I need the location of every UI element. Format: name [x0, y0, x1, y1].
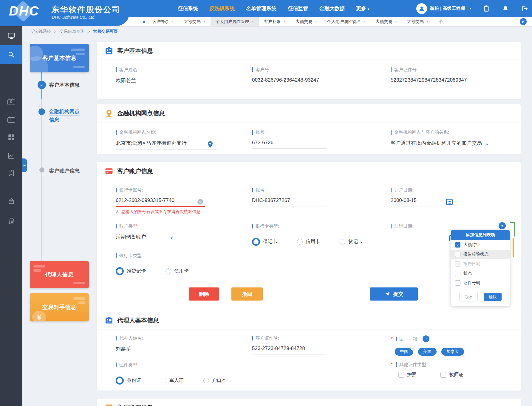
popup-item-large-feature[interactable]: ✓ 大额特征 [451, 240, 510, 250]
map-pin-blue-icon[interactable] [207, 141, 214, 148]
step-account-info[interactable]: 客户账户信息 [49, 167, 90, 174]
close-icon[interactable]: × [426, 20, 429, 24]
radio-id-card[interactable]: 身份证 [116, 377, 141, 385]
branch-relation-select[interactable]: 客户通过在境内金融机构开立的账户交易 [391, 139, 482, 149]
nationality-tag-china[interactable]: 中国× [395, 348, 413, 356]
radio-credit-card[interactable]: 信用卡 [297, 239, 320, 245]
add-nationality-icon[interactable]: + [423, 335, 429, 342]
popup-confirm-button[interactable]: 确认 [484, 293, 502, 301]
step-card-customer-basic[interactable]: 客户基本信息 [30, 44, 89, 72]
branch-name-field[interactable]: 北京市海淀区马连洼街道办支行 [116, 139, 217, 150]
tab-partial[interactable]: 个 [434, 17, 448, 26]
tab-personal-user-attrs[interactable]: 个人用户属性管理× [211, 17, 259, 26]
clipboard-icon[interactable] [482, 5, 490, 13]
sidebar-item-alert-case[interactable]: ! [0, 113, 22, 126]
radio-debit-card[interactable]: 借记卡 [252, 238, 277, 246]
popup-cancel-button[interactable]: 取消 [459, 293, 478, 301]
tab-customer-supplement-2[interactable]: 客户补录× [259, 17, 290, 26]
popup-item-id-number[interactable]: 证件号码 [451, 278, 510, 288]
radio-quasi-credit-card[interactable]: 贷记卡 [340, 239, 363, 245]
tab-large-transaction-3[interactable]: 大额交易× [370, 17, 402, 26]
account-no-field[interactable]: DHC-836727267 [252, 197, 327, 206]
step-card-agent[interactable]: 代理人信息 [30, 261, 89, 288]
radio-military-id[interactable]: 军人证 [161, 377, 184, 384]
chevron-down-icon[interactable]: ▾ [171, 236, 173, 240]
breadcrumb-aml[interactable]: 反洗钱系统 [30, 29, 51, 34]
close-icon[interactable]: × [203, 20, 205, 24]
account-type-select[interactable]: 活期储蓄账户 [116, 233, 166, 243]
nav-item-credit-system[interactable]: 征信系统 [178, 5, 198, 12]
step-current-dot[interactable] [38, 108, 45, 115]
tab-large-transaction-4[interactable]: 大额交易× [402, 17, 434, 26]
popup-item-report-date[interactable]: 报告日期 [451, 259, 510, 269]
checkbox-icon[interactable] [455, 280, 460, 286]
nationality-tag-canada[interactable]: 加拿大 [441, 348, 464, 356]
radio-credit-card-2[interactable]: 信用卡 [166, 268, 188, 274]
tabs-scroll-right-icon[interactable]: ▶ [520, 18, 527, 25]
sidebar-item-book[interactable] [0, 166, 22, 179]
remove-tag-icon[interactable]: × [410, 346, 415, 351]
clear-icon[interactable]: × [197, 199, 203, 205]
logout-icon[interactable] [521, 5, 528, 13]
step-pending-dot[interactable] [39, 167, 44, 172]
branch-account-field[interactable]: 673-6726 [252, 139, 327, 149]
popup-item-status[interactable]: 状态 [451, 269, 510, 278]
tabs-scroll-left-icon[interactable]: ◀ [140, 19, 147, 24]
submit-button[interactable]: 提交 [370, 287, 418, 301]
step-done-icon[interactable]: ✓ [38, 81, 46, 89]
customer-id-field[interactable]: 523272384729847283472089347 [391, 77, 519, 86]
add-columns-trigger-icon[interactable]: ▾ [499, 222, 506, 229]
user-name[interactable]: 靳松 | 高级工程师 [430, 6, 465, 11]
popup-item-report-check-status[interactable]: 报告校验状态 [451, 250, 510, 259]
checkbox-passport[interactable]: 护照 [398, 372, 417, 378]
warning-icon: ⚠ [116, 209, 120, 214]
checkbox-icon[interactable] [455, 271, 460, 276]
chevron-down-icon[interactable]: ▾ [486, 142, 488, 147]
withdraw-button[interactable]: 撤回 [231, 287, 263, 301]
sidebar-expand-handle[interactable]: ▶ [22, 158, 27, 172]
close-icon[interactable]: × [395, 20, 397, 24]
calendar-icon[interactable] [446, 198, 453, 206]
checkbox-checked-icon[interactable]: ✓ [455, 242, 460, 248]
radio-quasi-debit-card[interactable]: 准贷记卡 [116, 267, 146, 275]
nav-item-bigdata[interactable]: 金融大数据 [319, 5, 345, 12]
open-date-field[interactable]: 2000-08-15 [391, 197, 441, 206]
close-icon[interactable]: × [315, 20, 317, 24]
radio-household-register[interactable]: 户口本 [203, 377, 226, 384]
sidebar-item-documents[interactable] [0, 215, 22, 228]
close-icon[interactable]: × [283, 20, 285, 24]
nav-item-more[interactable]: 更多▾ [356, 5, 369, 12]
nav-item-list-mgmt[interactable]: 名单管理系统 [246, 5, 276, 12]
tab-large-transaction-2[interactable]: 大额交易× [290, 17, 322, 26]
agent-id-field[interactable]: 523-2723-84729-84728 [252, 345, 327, 354]
sidebar-item-analytics[interactable] [0, 149, 22, 162]
delete-button[interactable]: 删除 [189, 287, 219, 301]
sidebar-item-desktop[interactable] [0, 26, 22, 45]
nav-item-credit-regulation[interactable]: 征信监管 [288, 5, 308, 12]
nationality-tag-usa[interactable]: 美国 [418, 348, 437, 356]
customer-no-field[interactable]: 0032-826796-2364248-93247 [252, 77, 347, 86]
sidebar-item-money-case[interactable]: ¥ [0, 95, 22, 108]
close-icon[interactable]: × [172, 20, 174, 24]
breadcrumb-tx-query[interactable]: 交易信息查询 [59, 29, 84, 34]
tab-personal-user-attrs-2[interactable]: 个人用户属性管理× [322, 17, 370, 26]
close-icon[interactable]: × [252, 20, 254, 24]
close-icon[interactable]: × [363, 20, 365, 24]
tab-customer-supplement[interactable]: 客户补录× [147, 17, 179, 26]
agent-name-field[interactable]: 刘鑫岳 [116, 345, 202, 355]
sidebar-item-apps[interactable] [0, 131, 22, 144]
sidebar-item-search-add[interactable] [0, 45, 22, 64]
avatar[interactable] [416, 3, 427, 14]
doc-type-label: 证件类型: [116, 363, 138, 367]
step-customer-basic[interactable]: 客户基本信息 [49, 82, 90, 88]
step-branch-info[interactable]: 金融机构网点信息 [49, 108, 90, 124]
customer-name-field[interactable]: 欧阳若兰 [116, 77, 190, 87]
tab-large-transaction[interactable]: 大额交易× [179, 17, 211, 26]
bell-icon[interactable] [502, 5, 509, 13]
step-card-counterparty[interactable]: ¥ 交易对手信息 [30, 293, 89, 321]
checkbox-icon[interactable] [455, 252, 460, 257]
nav-item-aml-system[interactable]: 反洗钱系统 [209, 5, 235, 12]
sidebar-item-easel[interactable] [0, 195, 22, 208]
card-no-field[interactable]: 6212-2602-0993315-7740 [116, 197, 205, 207]
checkbox-teacher-cert[interactable]: 教师证 [440, 372, 463, 378]
